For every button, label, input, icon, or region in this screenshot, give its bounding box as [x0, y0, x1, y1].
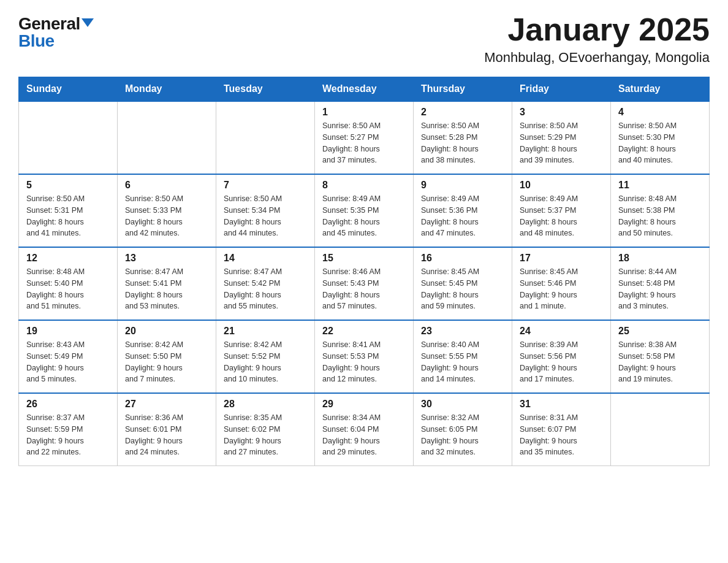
calendar-cell: 10Sunrise: 8:49 AMSunset: 5:37 PMDayligh… [512, 174, 611, 247]
day-number: 2 [421, 107, 504, 118]
day-info: Sunrise: 8:41 AMSunset: 5:53 PMDaylight:… [322, 339, 406, 385]
day-info: Sunrise: 8:49 AMSunset: 5:36 PMDaylight:… [421, 193, 504, 239]
day-number: 8 [322, 180, 406, 191]
day-number: 5 [26, 180, 110, 191]
calendar-cell: 9Sunrise: 8:49 AMSunset: 5:36 PMDaylight… [414, 174, 512, 247]
day-info: Sunrise: 8:38 AMSunset: 5:58 PMDaylight:… [618, 339, 702, 385]
day-number: 13 [125, 253, 208, 264]
calendar-cell: 27Sunrise: 8:36 AMSunset: 6:01 PMDayligh… [118, 393, 216, 466]
calendar-header-row: SundayMondayTuesdayWednesdayThursdayFrid… [19, 77, 710, 102]
day-info: Sunrise: 8:50 AMSunset: 5:34 PMDaylight:… [224, 193, 307, 239]
day-number: 18 [618, 253, 702, 264]
day-info: Sunrise: 8:44 AMSunset: 5:48 PMDaylight:… [618, 266, 702, 312]
calendar-header-wednesday: Wednesday [315, 77, 414, 102]
day-number: 3 [520, 107, 603, 118]
calendar-cell: 13Sunrise: 8:47 AMSunset: 5:41 PMDayligh… [118, 247, 216, 320]
day-info: Sunrise: 8:32 AMSunset: 6:05 PMDaylight:… [421, 412, 504, 458]
calendar-cell: 17Sunrise: 8:45 AMSunset: 5:46 PMDayligh… [512, 247, 611, 320]
calendar-row: 1Sunrise: 8:50 AMSunset: 5:27 PMDaylight… [19, 101, 710, 174]
calendar-cell: 18Sunrise: 8:44 AMSunset: 5:48 PMDayligh… [611, 247, 710, 320]
calendar-cell: 20Sunrise: 8:42 AMSunset: 5:50 PMDayligh… [118, 320, 216, 393]
day-number: 30 [421, 399, 504, 410]
day-info: Sunrise: 8:50 AMSunset: 5:30 PMDaylight:… [618, 120, 702, 166]
day-number: 19 [26, 326, 110, 337]
day-number: 12 [26, 253, 110, 264]
calendar-cell: 2Sunrise: 8:50 AMSunset: 5:28 PMDaylight… [414, 101, 512, 174]
day-number: 31 [520, 399, 603, 410]
calendar-cell [611, 393, 710, 466]
day-number: 25 [618, 326, 702, 337]
calendar-row: 5Sunrise: 8:50 AMSunset: 5:31 PMDaylight… [19, 174, 710, 247]
page-header: General Blue January 2025 Monhbulag, OEv… [18, 12, 710, 66]
day-info: Sunrise: 8:42 AMSunset: 5:50 PMDaylight:… [125, 339, 208, 385]
day-info: Sunrise: 8:47 AMSunset: 5:42 PMDaylight:… [224, 266, 307, 312]
day-number: 21 [224, 326, 307, 337]
calendar-header-thursday: Thursday [414, 77, 512, 102]
calendar-cell: 6Sunrise: 8:50 AMSunset: 5:33 PMDaylight… [118, 174, 216, 247]
calendar-row: 26Sunrise: 8:37 AMSunset: 5:59 PMDayligh… [19, 393, 710, 466]
day-number: 10 [520, 180, 603, 191]
calendar-cell: 15Sunrise: 8:46 AMSunset: 5:43 PMDayligh… [315, 247, 414, 320]
logo-triangle-icon [82, 18, 94, 27]
calendar-cell: 25Sunrise: 8:38 AMSunset: 5:58 PMDayligh… [611, 320, 710, 393]
calendar-cell: 11Sunrise: 8:48 AMSunset: 5:38 PMDayligh… [611, 174, 710, 247]
calendar-cell: 31Sunrise: 8:31 AMSunset: 6:07 PMDayligh… [512, 393, 611, 466]
day-number: 15 [322, 253, 406, 264]
calendar-cell: 26Sunrise: 8:37 AMSunset: 5:59 PMDayligh… [19, 393, 118, 466]
day-info: Sunrise: 8:48 AMSunset: 5:38 PMDaylight:… [618, 193, 702, 239]
day-number: 29 [322, 399, 406, 410]
day-info: Sunrise: 8:43 AMSunset: 5:49 PMDaylight:… [26, 339, 110, 385]
day-number: 9 [421, 180, 504, 191]
calendar-header-tuesday: Tuesday [216, 77, 315, 102]
day-number: 11 [618, 180, 702, 191]
day-info: Sunrise: 8:31 AMSunset: 6:07 PMDaylight:… [520, 412, 603, 458]
day-number: 24 [520, 326, 603, 337]
day-number: 27 [125, 399, 208, 410]
day-number: 4 [618, 107, 702, 118]
day-info: Sunrise: 8:39 AMSunset: 5:56 PMDaylight:… [520, 339, 603, 385]
day-number: 6 [125, 180, 208, 191]
calendar-cell: 8Sunrise: 8:49 AMSunset: 5:35 PMDaylight… [315, 174, 414, 247]
day-number: 23 [421, 326, 504, 337]
day-info: Sunrise: 8:36 AMSunset: 6:01 PMDaylight:… [125, 412, 208, 458]
calendar-header-saturday: Saturday [611, 77, 710, 102]
day-number: 26 [26, 399, 110, 410]
day-info: Sunrise: 8:35 AMSunset: 6:02 PMDaylight:… [224, 412, 307, 458]
calendar-cell: 19Sunrise: 8:43 AMSunset: 5:49 PMDayligh… [19, 320, 118, 393]
calendar-cell: 22Sunrise: 8:41 AMSunset: 5:53 PMDayligh… [315, 320, 414, 393]
calendar-row: 12Sunrise: 8:48 AMSunset: 5:40 PMDayligh… [19, 247, 710, 320]
day-number: 14 [224, 253, 307, 264]
calendar-cell [216, 101, 315, 174]
calendar-table: SundayMondayTuesdayWednesdayThursdayFrid… [18, 77, 710, 466]
logo-general-text: General [18, 15, 80, 33]
calendar-cell: 4Sunrise: 8:50 AMSunset: 5:30 PMDaylight… [611, 101, 710, 174]
calendar-cell: 1Sunrise: 8:50 AMSunset: 5:27 PMDaylight… [315, 101, 414, 174]
calendar-cell [118, 101, 216, 174]
calendar-subtitle: Monhbulag, OEvoerhangay, Mongolia [484, 50, 710, 66]
day-info: Sunrise: 8:40 AMSunset: 5:55 PMDaylight:… [421, 339, 504, 385]
day-info: Sunrise: 8:50 AMSunset: 5:33 PMDaylight:… [125, 193, 208, 239]
calendar-cell: 14Sunrise: 8:47 AMSunset: 5:42 PMDayligh… [216, 247, 315, 320]
day-number: 28 [224, 399, 307, 410]
day-info: Sunrise: 8:50 AMSunset: 5:29 PMDaylight:… [520, 120, 603, 166]
day-info: Sunrise: 8:50 AMSunset: 5:31 PMDaylight:… [26, 193, 110, 239]
day-info: Sunrise: 8:50 AMSunset: 5:28 PMDaylight:… [421, 120, 504, 166]
day-info: Sunrise: 8:50 AMSunset: 5:27 PMDaylight:… [322, 120, 406, 166]
calendar-row: 19Sunrise: 8:43 AMSunset: 5:49 PMDayligh… [19, 320, 710, 393]
calendar-cell: 30Sunrise: 8:32 AMSunset: 6:05 PMDayligh… [414, 393, 512, 466]
day-number: 16 [421, 253, 504, 264]
calendar-title: January 2025 [484, 12, 710, 47]
calendar-cell: 21Sunrise: 8:42 AMSunset: 5:52 PMDayligh… [216, 320, 315, 393]
calendar-cell: 5Sunrise: 8:50 AMSunset: 5:31 PMDaylight… [19, 174, 118, 247]
calendar-cell: 24Sunrise: 8:39 AMSunset: 5:56 PMDayligh… [512, 320, 611, 393]
day-number: 22 [322, 326, 406, 337]
calendar-cell: 23Sunrise: 8:40 AMSunset: 5:55 PMDayligh… [414, 320, 512, 393]
logo-blue-text: Blue [18, 33, 55, 50]
day-info: Sunrise: 8:34 AMSunset: 6:04 PMDaylight:… [322, 412, 406, 458]
calendar-cell: 29Sunrise: 8:34 AMSunset: 6:04 PMDayligh… [315, 393, 414, 466]
calendar-cell: 16Sunrise: 8:45 AMSunset: 5:45 PMDayligh… [414, 247, 512, 320]
calendar-cell: 28Sunrise: 8:35 AMSunset: 6:02 PMDayligh… [216, 393, 315, 466]
logo: General Blue [18, 12, 94, 50]
day-info: Sunrise: 8:45 AMSunset: 5:46 PMDaylight:… [520, 266, 603, 312]
day-info: Sunrise: 8:37 AMSunset: 5:59 PMDaylight:… [26, 412, 110, 458]
